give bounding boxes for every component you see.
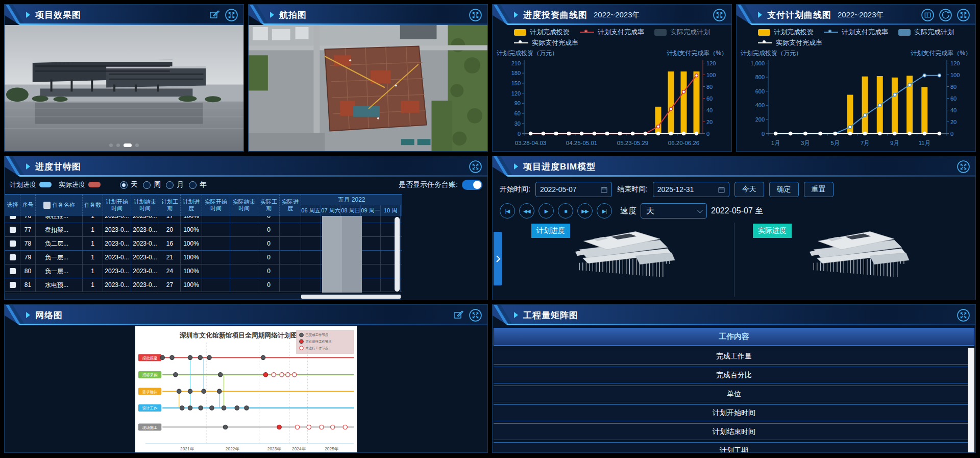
panel-header: 航拍图 xyxy=(249,5,487,25)
svg-text:100: 100 xyxy=(950,72,960,78)
matrix-row: 完成百分比 xyxy=(494,367,974,383)
svg-text:80: 80 xyxy=(950,84,957,90)
edit-icon[interactable] xyxy=(208,9,220,21)
row-checkbox[interactable] xyxy=(10,227,16,233)
carousel-dot-active[interactable] xyxy=(124,143,132,147)
row-checkbox[interactable] xyxy=(10,254,16,260)
table-row[interactable]: 79负一层...12023-0...2023-0...21100%0 xyxy=(5,251,402,264)
expand-icon[interactable] xyxy=(469,8,482,22)
bim-model-actual[interactable] xyxy=(788,225,915,294)
legend-item[interactable]: 实际支付完成率 xyxy=(758,38,822,47)
table-cell: 2023-0... xyxy=(103,264,131,278)
row-checkbox[interactable] xyxy=(10,268,16,274)
svg-text:正在进行工作节点: 正在进行工作节点 xyxy=(305,340,332,344)
refresh-icon[interactable] xyxy=(939,8,952,22)
expand-icon[interactable] xyxy=(713,8,726,22)
svg-text:600: 600 xyxy=(755,88,765,94)
legend-item[interactable]: 计划支付完成率 xyxy=(824,28,888,37)
gantt-horizontal-scrollbar[interactable] xyxy=(5,294,401,300)
play-button[interactable]: ▶ xyxy=(538,203,554,219)
row-checkbox[interactable] xyxy=(10,216,16,219)
table-cell xyxy=(280,223,301,236)
carousel-dot[interactable] xyxy=(109,143,113,147)
gantt-bar-area xyxy=(301,237,402,250)
actual-progress-viewport[interactable]: 实际进度 xyxy=(734,223,968,297)
gantt-vertical-scrollbar[interactable] xyxy=(395,217,400,292)
title-arrow-icon xyxy=(26,163,30,170)
bim-model-plan[interactable] xyxy=(553,225,681,294)
row-checkbox[interactable] xyxy=(10,240,16,247)
svg-text:150: 150 xyxy=(511,80,521,86)
legend-item[interactable]: 计划完成投资 xyxy=(758,28,814,37)
plan-progress-viewport[interactable]: 计划进度 xyxy=(500,223,734,297)
svg-text:05.23-05.29: 05.23-05.29 xyxy=(617,140,648,146)
gantt-legend-pill xyxy=(88,182,101,187)
scrollbar-thumb[interactable] xyxy=(301,295,401,299)
panel-project-rendering: 项目效果图 xyxy=(4,4,244,152)
matrix-scrollbar[interactable] xyxy=(968,348,974,453)
scale-radio-年[interactable]: 年 xyxy=(189,180,207,189)
expand-icon[interactable] xyxy=(957,8,970,22)
svg-text:2023年: 2023年 xyxy=(267,446,282,451)
legend-item[interactable]: 实际完成计划 xyxy=(898,28,954,37)
fast-forward-button[interactable]: ▶▶ xyxy=(577,203,593,219)
page-title: 航拍图 xyxy=(279,9,307,21)
page-title: 网络图 xyxy=(35,309,63,321)
carousel-dot[interactable] xyxy=(135,143,139,147)
expand-icon[interactable] xyxy=(957,308,970,322)
legend-item[interactable]: 实际完成计划 xyxy=(654,28,710,37)
table-row[interactable]: 76装柱推...12023-0...2023-0...17100%0 xyxy=(5,216,402,223)
aerial-scene xyxy=(249,25,487,151)
radio-circle xyxy=(143,181,151,189)
title-arrow-icon xyxy=(514,163,518,170)
layout-icon[interactable] xyxy=(921,8,935,22)
checkbox-cell xyxy=(5,223,20,236)
row-checkbox[interactable] xyxy=(10,282,16,288)
table-cell: 1 xyxy=(83,223,103,236)
expand-icon[interactable] xyxy=(225,8,238,22)
svg-text:120: 120 xyxy=(950,60,960,66)
speed-select[interactable]: 天 xyxy=(641,203,707,219)
rewind-button[interactable]: ◀◀ xyxy=(519,203,534,219)
table-row[interactable]: 77盘扣架...12023-0...2023-0...20100%0 xyxy=(5,223,402,237)
collapse-all-button[interactable]: − xyxy=(43,202,51,209)
end-date-input[interactable]: 2025-12-31 xyxy=(653,182,729,197)
table-row[interactable]: 81水电预...12023-0...2023-0...27100%0 xyxy=(5,278,402,292)
table-cell xyxy=(280,216,301,223)
svg-text:03.28-04.03: 03.28-04.03 xyxy=(515,140,546,146)
scale-radio-天[interactable]: 天 xyxy=(120,180,138,189)
panel-payment-plan-chart: 支付计划曲线图 2022~2023年 计划完成投资计划支付 xyxy=(736,4,976,152)
checkbox-cell xyxy=(5,216,20,223)
scale-radio-周[interactable]: 周 xyxy=(143,180,161,189)
page-title: 项目效果图 xyxy=(35,9,81,21)
actual-progress-tag[interactable]: 实际进度 xyxy=(753,224,792,238)
legend-item[interactable]: 计划支付完成率 xyxy=(580,28,644,37)
plan-progress-tag[interactable]: 计划进度 xyxy=(531,224,570,238)
carousel-dot[interactable] xyxy=(116,143,120,147)
legend-item[interactable]: 计划完成投资 xyxy=(514,28,570,37)
table-row[interactable]: 78负二层...12023-0...2023-0...16100%0 xyxy=(5,237,402,251)
svg-text:3月: 3月 xyxy=(801,140,810,146)
skip-start-button[interactable]: |◀ xyxy=(500,203,515,219)
ledger-toggle[interactable] xyxy=(462,180,482,190)
panel-header: 网络图 xyxy=(5,305,487,325)
expand-icon[interactable] xyxy=(957,160,970,174)
expand-icon[interactable] xyxy=(469,308,482,322)
scale-radio-月[interactable]: 月 xyxy=(166,180,184,189)
confirm-button[interactable]: 确定 xyxy=(769,182,799,197)
edit-icon[interactable] xyxy=(452,309,464,321)
skip-end-button[interactable]: ▶| xyxy=(597,203,612,219)
legend-item[interactable]: 实际支付完成率 xyxy=(514,38,578,47)
start-date-input[interactable]: 2022-05-07 xyxy=(535,182,612,197)
table-row[interactable]: 80负一层...12023-0...2023-0...24100%0 xyxy=(5,264,402,278)
stop-button[interactable]: ■ xyxy=(558,203,573,219)
table-cell: 21 xyxy=(159,251,181,264)
today-button[interactable]: 今天 xyxy=(734,182,764,197)
gantt-legend-pill xyxy=(39,182,52,187)
expand-icon[interactable] xyxy=(469,160,482,174)
drawer-handle[interactable] xyxy=(494,232,502,285)
aerial-photo xyxy=(249,25,487,151)
svg-text:7月: 7月 xyxy=(861,140,870,146)
table-cell: 100% xyxy=(181,216,202,223)
reset-button[interactable]: 重置 xyxy=(804,182,834,197)
